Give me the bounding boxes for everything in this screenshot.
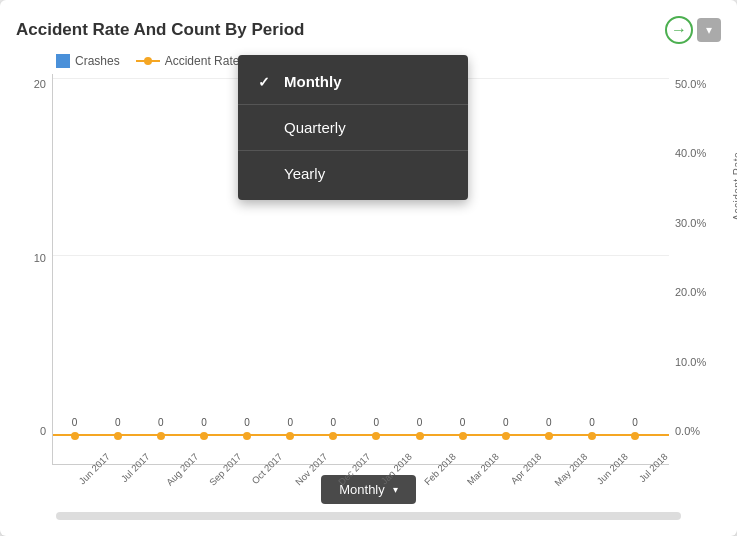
data-label-3: 0 [201, 417, 207, 428]
y-right-val-4: 10.0% [675, 356, 706, 368]
data-label-9: 0 [460, 417, 466, 428]
y-right-val-5: 0.0% [675, 425, 700, 437]
data-label-4: 0 [244, 417, 250, 428]
data-label-5: 0 [287, 417, 293, 428]
crashes-color-box [56, 54, 70, 68]
header-icons: → ▾ [665, 16, 721, 44]
horizontal-scrollbar[interactable] [56, 512, 681, 520]
y-right-val-2: 30.0% [675, 217, 706, 229]
y-right-val-0: 50.0% [675, 78, 706, 90]
dropdown-toggle-button[interactable]: ▾ [697, 18, 721, 42]
navigate-icon-button[interactable]: → [665, 16, 693, 44]
rate-legend-label: Accident Rate [165, 54, 240, 68]
data-label-12: 0 [589, 417, 595, 428]
y-left-top: 20 [34, 78, 46, 90]
y-right-val-3: 20.0% [675, 286, 706, 298]
dropdown-yearly-label: Yearly [284, 165, 325, 182]
chevron-down-icon: ▾ [706, 23, 712, 37]
data-label-10: 0 [503, 417, 509, 428]
y-right-label: Accident Rate [732, 152, 737, 221]
data-label-11: 0 [546, 417, 552, 428]
y-axis-left: 20 10 0 [16, 74, 52, 465]
check-icon: ✓ [258, 74, 274, 90]
data-label-8: 0 [417, 417, 423, 428]
dropdown-item-yearly[interactable]: Yearly [238, 151, 468, 196]
data-label-6: 0 [330, 417, 336, 428]
x-axis: Jun 2017 Jul 2017 Aug 2017 Sep 2017 Oct … [53, 436, 669, 464]
data-label-0: 0 [72, 417, 78, 428]
card-header: Accident Rate And Count By Period → ▾ [16, 16, 721, 44]
svg-point-1 [144, 57, 152, 65]
period-dropdown-arrow: ▾ [393, 484, 398, 495]
crashes-legend-label: Crashes [75, 54, 120, 68]
dropdown-monthly-label: Monthly [284, 73, 342, 90]
main-card: Accident Rate And Count By Period → ▾ ✓ … [0, 0, 737, 536]
right-arrow-icon: → [671, 21, 687, 39]
rate-line-icon [136, 56, 160, 66]
y-left-mid: 10 [34, 252, 46, 264]
y-left-bot: 0 [40, 425, 46, 437]
legend-rate: Accident Rate [136, 54, 240, 68]
y-right-val-1: 40.0% [675, 147, 706, 159]
card-title: Accident Rate And Count By Period [16, 20, 304, 40]
data-label-7: 0 [374, 417, 380, 428]
dropdown-item-monthly[interactable]: ✓ Monthly [238, 59, 468, 105]
data-label-1: 0 [115, 417, 121, 428]
data-label-2: 0 [158, 417, 164, 428]
grid-line-mid [53, 255, 669, 256]
dropdown-item-quarterly[interactable]: Quarterly [238, 105, 468, 151]
legend-crashes: Crashes [56, 54, 120, 68]
dropdown-quarterly-label: Quarterly [284, 119, 346, 136]
y-axis-right: 50.0% 40.0% 30.0% 20.0% 10.0% 0.0% Accid… [669, 74, 721, 465]
data-label-13: 0 [632, 417, 638, 428]
period-dropdown-menu: ✓ Monthly Quarterly Yearly [238, 55, 468, 200]
